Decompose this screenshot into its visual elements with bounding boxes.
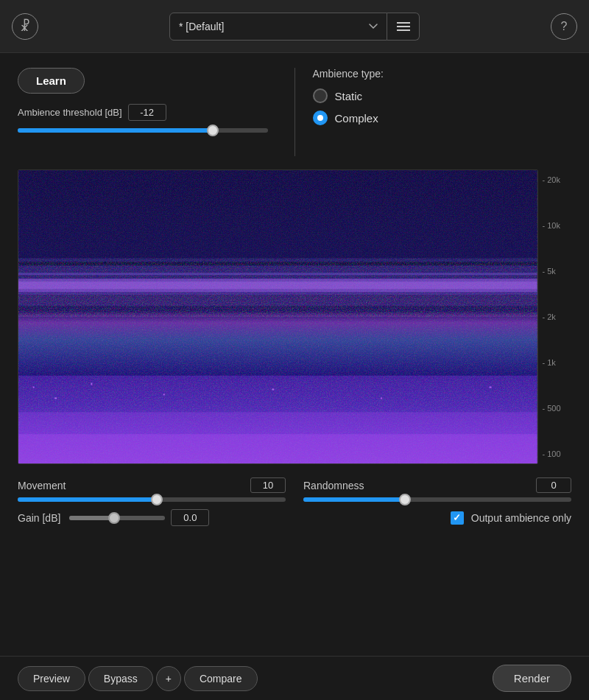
randomness-slider-fill [303,497,405,502]
svg-rect-8 [18,291,537,306]
svg-rect-11 [18,434,537,463]
footer: Preview Bypass + Compare Render [0,656,589,700]
preset-label: * [Default] [179,21,369,32]
svg-rect-17 [54,397,57,399]
output-ambience-label: Output ambience only [471,512,571,524]
freq-label-2k: - 2k [543,312,571,321]
preset-dropdown[interactable]: * [Default] [169,13,387,41]
top-controls: Learn Ambience threshold [dB] -12 Ambien… [18,68,571,156]
freq-label-500: - 500 [543,404,571,413]
gain-value[interactable]: 0.0 [171,509,209,526]
help-button[interactable]: ? [551,13,577,40]
radio-group: Static Complex [313,88,572,125]
gain-row: Gain [dB] 0.0 Output ambience only [18,509,571,526]
movement-slider[interactable] [18,497,286,502]
gain-slider-thumb[interactable] [108,512,120,524]
movement-slider-fill [18,497,157,502]
movement-label: Movement [18,480,66,491]
threshold-row: Ambience threshold [dB] -12 [18,104,277,121]
svg-rect-19 [163,393,165,395]
svg-rect-18 [91,383,92,385]
vertical-divider [294,68,295,156]
render-button[interactable]: Render [493,665,571,692]
randomness-slider[interactable] [303,497,571,502]
svg-rect-15 [18,317,537,376]
complex-radio[interactable]: Complex [313,111,572,125]
static-radio-circle[interactable] [313,88,328,103]
svg-rect-22 [490,387,492,388]
spectrogram [18,169,538,464]
freq-label-100: - 100 [543,449,571,458]
randomness-group: Randomness 0 [303,477,571,502]
threshold-slider-thumb[interactable] [207,125,219,136]
gain-slider[interactable] [69,516,165,520]
static-radio-label: Static [335,90,363,102]
randomness-label: Randomness [303,480,364,491]
svg-rect-12 [18,170,537,258]
movement-value[interactable]: 10 [250,477,286,493]
output-ambience-checkbox[interactable] [451,511,464,525]
svg-rect-21 [381,397,382,399]
freq-label-10k: - 10k [543,221,571,230]
bypass-button[interactable]: Bypass [88,666,153,691]
freq-label-1k: - 1k [543,358,571,367]
threshold-slider-track[interactable] [18,128,268,133]
threshold-value[interactable]: -12 [128,104,166,121]
main-content: Learn Ambience threshold [dB] -12 Ambien… [0,53,589,559]
randomness-slider-thumb[interactable] [399,494,411,505]
randomness-label-row: Randomness 0 [303,477,571,493]
preset-area: * [Default] [169,13,420,41]
plus-button[interactable]: + [156,666,181,691]
hamburger-button[interactable] [387,13,420,41]
randomness-value[interactable]: 0 [536,477,571,493]
params-row: Movement 10 Randomness 0 [18,477,571,502]
movement-group: Movement 10 [18,477,286,502]
gain-label: Gain [dB] [18,512,60,524]
movement-slider-thumb[interactable] [151,494,163,505]
svg-rect-16 [33,387,35,388]
spectrogram-svg [18,170,537,463]
svg-rect-14 [18,273,537,275]
bottom-section: Movement 10 Randomness 0 [18,477,571,526]
left-controls: Learn Ambience threshold [dB] -12 [18,68,277,133]
movement-label-row: Movement 10 [18,477,286,493]
header: ☧ * [Default] ? [0,0,589,53]
compare-button[interactable]: Compare [184,666,258,691]
complex-radio-label: Complex [335,112,378,125]
freq-label-20k: - 20k [543,175,571,184]
static-radio[interactable]: Static [313,88,572,103]
freq-label-5k: - 5k [543,267,571,276]
svg-rect-20 [272,389,274,391]
learn-button[interactable]: Learn [18,68,85,94]
ambience-type-label: Ambience type: [313,68,572,80]
gain-slider-container: 0.0 [69,509,209,526]
threshold-slider[interactable] [18,128,268,133]
spectrogram-container: - 20k - 10k - 5k - 2k - 1k - 500 - 100 [18,169,571,464]
gain-slider-fill [69,516,114,520]
freq-labels: - 20k - 10k - 5k - 2k - 1k - 500 - 100 [538,169,571,464]
chevron-down-icon [369,24,378,29]
output-ambience-option: Output ambience only [451,511,571,525]
footer-left: Preview Bypass + Compare [18,666,258,691]
logo-icon: ☧ [12,13,38,40]
complex-radio-circle[interactable] [313,111,328,125]
ambience-type-section: Ambience type: Static Complex [313,68,572,125]
threshold-slider-fill [18,128,213,133]
footer-right: Render [493,665,571,692]
svg-rect-7 [18,265,537,295]
menu-icon [397,21,410,32]
svg-rect-13 [18,258,537,262]
preview-button[interactable]: Preview [18,666,85,691]
threshold-label: Ambience threshold [dB] [18,107,122,118]
